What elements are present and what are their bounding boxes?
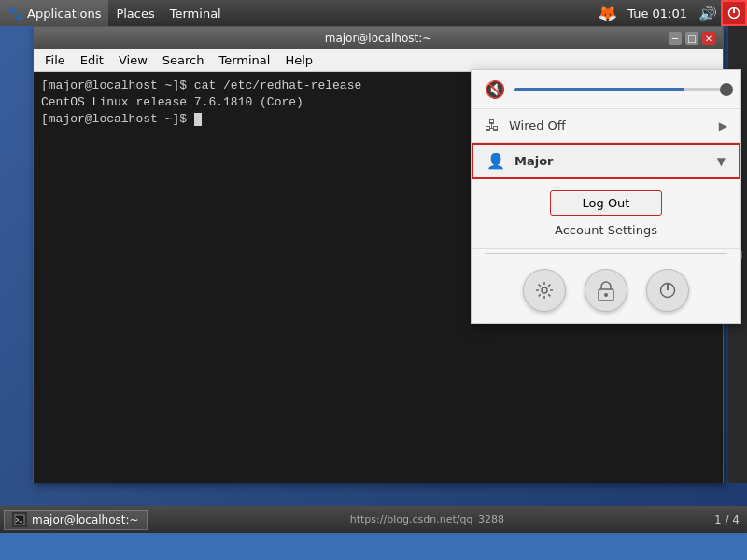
volume-section: 🔇 xyxy=(472,70,740,109)
applications-menu[interactable]: 🐾 Applications xyxy=(0,0,108,26)
shutdown-icon xyxy=(658,281,677,300)
top-panel: 🐾 Applications Places Terminal 🦊 Tue 01:… xyxy=(0,0,747,26)
power-icon-btn[interactable] xyxy=(646,269,689,312)
terminal-menu-btn[interactable]: Terminal xyxy=(162,0,229,26)
bottom-taskbar: major@localhost:~ https://blog.csdn.net/… xyxy=(0,506,747,533)
lock-icon xyxy=(597,280,615,301)
menu-search[interactable]: Search xyxy=(155,51,212,69)
terminal-title: major@localhost:~ xyxy=(325,32,432,45)
action-buttons: Log Out Account Settings xyxy=(472,179,740,249)
svg-line-8 xyxy=(548,294,550,296)
volume-icon: 🔇 xyxy=(485,79,505,99)
menu-edit[interactable]: Edit xyxy=(73,51,111,69)
logout-button[interactable]: Log Out xyxy=(550,190,662,216)
terminal-cursor xyxy=(194,113,202,126)
taskbar-url: https://blog.csdn.net/qq_3288 xyxy=(148,513,707,525)
popup-separator xyxy=(485,253,727,254)
svg-line-9 xyxy=(548,285,550,287)
firefox-icon-btn[interactable]: 🦊 xyxy=(594,0,620,26)
power-button[interactable] xyxy=(721,0,747,26)
taskbar-item-label: major@localhost:~ xyxy=(32,513,139,526)
applications-label: Applications xyxy=(27,7,101,21)
top-panel-right: 🦊 Tue 01:01 🔊 xyxy=(594,0,747,26)
volume-thumb[interactable] xyxy=(720,83,733,96)
taskbar-window-item[interactable]: major@localhost:~ xyxy=(4,510,148,530)
user-icon: 👤 xyxy=(486,152,505,170)
wired-section[interactable]: 🖧 Wired Off ▶ xyxy=(472,109,740,143)
svg-line-7 xyxy=(539,285,541,287)
taskbar-pager: 1 / 4 xyxy=(707,513,747,526)
desktop: major@localhost:~ ─ □ ✕ File Edit View S… xyxy=(0,26,747,533)
svg-line-10 xyxy=(539,294,541,296)
places-label: Places xyxy=(116,7,154,21)
terminal-icon xyxy=(14,514,25,525)
top-panel-left: 🐾 Applications Places Terminal xyxy=(0,0,229,26)
menu-file[interactable]: File xyxy=(37,51,73,69)
wired-label: Wired Off xyxy=(509,119,719,133)
maximize-button[interactable]: □ xyxy=(685,32,698,45)
terminal-titlebar: major@localhost:~ ─ □ ✕ xyxy=(34,27,723,49)
minimize-button[interactable]: ─ xyxy=(669,32,682,45)
popup-menu: 🔇 🖧 Wired Off ▶ 👤 Major ▼ Log Out Accoun… xyxy=(471,69,741,324)
power-icon xyxy=(727,7,740,20)
settings-icon-btn[interactable] xyxy=(523,269,566,312)
menu-terminal[interactable]: Terminal xyxy=(211,51,277,69)
menu-help[interactable]: Help xyxy=(277,51,320,69)
lock-icon-btn[interactable] xyxy=(585,269,627,312)
wrench-icon xyxy=(534,280,555,301)
user-name: Major xyxy=(514,154,717,168)
svg-point-12 xyxy=(604,293,608,297)
svg-rect-15 xyxy=(15,515,24,525)
terminal-label: Terminal xyxy=(170,7,221,21)
menu-view[interactable]: View xyxy=(111,51,155,69)
volume-fill xyxy=(514,88,684,91)
account-settings-link[interactable]: Account Settings xyxy=(485,219,727,241)
volume-slider[interactable] xyxy=(514,88,727,91)
user-dropdown-icon: ▼ xyxy=(717,155,726,168)
volume-panel-btn[interactable]: 🔊 xyxy=(695,0,721,26)
close-button[interactable]: ✕ xyxy=(702,32,715,45)
wired-icon: 🖧 xyxy=(485,117,500,134)
user-section[interactable]: 👤 Major ▼ xyxy=(472,143,740,179)
wired-arrow-icon: ▶ xyxy=(719,119,727,133)
taskbar-item-icon xyxy=(12,512,27,527)
clock[interactable]: Tue 01:01 xyxy=(620,7,695,21)
svg-point-2 xyxy=(542,287,547,293)
bottom-icons xyxy=(472,258,740,323)
places-menu[interactable]: Places xyxy=(108,0,162,26)
